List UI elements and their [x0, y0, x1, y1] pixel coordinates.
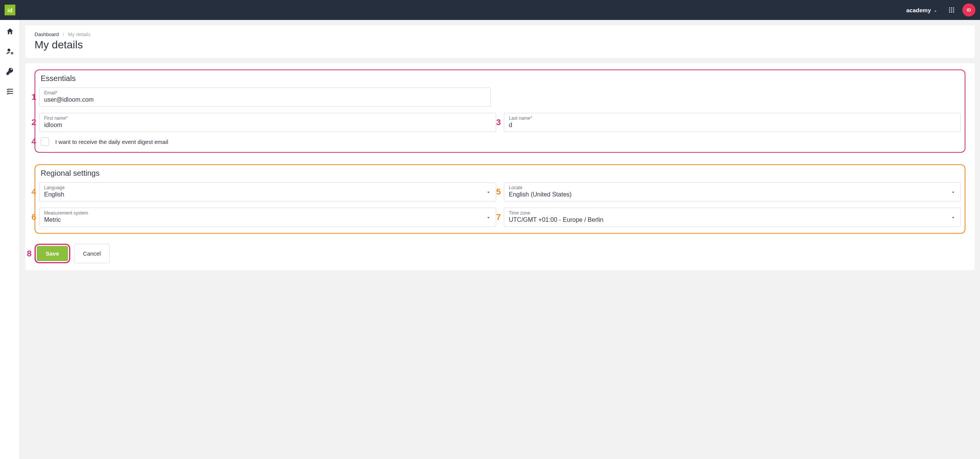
locale-label: Locale — [509, 185, 956, 190]
account-switcher[interactable]: academy — [902, 5, 941, 16]
button-row: 8 Save Cancel — [35, 244, 965, 263]
annotation-7: 7 — [496, 213, 501, 221]
home-icon[interactable] — [5, 27, 15, 36]
locale-value: English (United States) — [509, 191, 956, 198]
page-header-card: Dashboard / My details My details — [25, 25, 975, 58]
breadcrumb-current: My details — [68, 31, 91, 37]
breadcrumb-separator: / — [63, 31, 64, 37]
svg-point-2 — [953, 7, 954, 8]
page-title: My details — [35, 39, 965, 51]
essentials-title: Essentials — [39, 74, 961, 83]
breadcrumb-root[interactable]: Dashboard — [35, 31, 59, 37]
annotation-4a: 4 — [31, 137, 36, 146]
svg-point-7 — [951, 12, 952, 13]
essentials-section: Essentials 1 Email* 2 First name — [35, 69, 965, 153]
timezone-label: Time zone — [509, 210, 956, 216]
svg-point-6 — [949, 12, 950, 13]
svg-point-3 — [949, 10, 950, 11]
svg-point-9 — [7, 49, 10, 51]
last-name-label: Last name* — [509, 116, 956, 121]
digest-checkbox-row: 4 I want to receive the daily event dige… — [39, 137, 961, 146]
email-field-wrap[interactable]: Email* — [39, 88, 491, 107]
apps-menu-icon[interactable] — [946, 5, 957, 15]
sidebar — [0, 20, 20, 459]
checklist-icon[interactable] — [5, 87, 15, 96]
chevron-down-icon — [950, 190, 955, 194]
chevron-down-icon — [933, 8, 937, 12]
annotation-2: 2 — [31, 118, 36, 127]
user-settings-icon[interactable] — [5, 47, 15, 56]
email-field[interactable] — [44, 96, 486, 103]
annotation-6: 6 — [31, 213, 36, 221]
app-logo[interactable]: id — [5, 5, 15, 15]
account-name: academy — [906, 7, 931, 13]
svg-point-5 — [953, 10, 954, 11]
chevron-down-icon — [486, 190, 490, 194]
language-value: English — [44, 191, 491, 198]
annotation-3: 3 — [496, 118, 501, 127]
timezone-value: UTC/GMT +01:00 - Europe / Berlin — [509, 216, 956, 223]
chevron-down-icon — [486, 215, 490, 220]
measurement-label: Measurement system — [44, 210, 491, 216]
breadcrumb: Dashboard / My details — [35, 31, 965, 37]
annotation-5: 5 — [496, 188, 501, 196]
first-name-field[interactable] — [44, 122, 491, 129]
regional-title: Regional settings — [39, 169, 961, 178]
last-name-field-wrap[interactable]: Last name* — [504, 113, 961, 132]
language-select[interactable]: Language English — [39, 182, 496, 201]
topbar: id academy ID — [0, 0, 980, 20]
digest-checkbox-label: I want to receive the daily event digest… — [55, 139, 168, 145]
avatar[interactable]: ID — [962, 3, 975, 17]
first-name-field-wrap[interactable]: First name* — [39, 113, 496, 132]
key-icon[interactable] — [5, 67, 15, 76]
measurement-select[interactable]: Measurement system Metric — [39, 208, 496, 227]
language-label: Language — [44, 185, 491, 190]
svg-point-8 — [953, 12, 954, 13]
svg-point-0 — [949, 7, 950, 8]
save-button-highlight: Save — [35, 244, 70, 263]
regional-section: Regional settings 4 Language English 5 — [35, 164, 965, 234]
form-card: Essentials 1 Email* 2 First name — [25, 63, 975, 270]
first-name-label: First name* — [44, 116, 491, 121]
svg-point-1 — [951, 7, 952, 8]
save-button[interactable]: Save — [37, 246, 68, 261]
annotation-1: 1 — [31, 93, 36, 101]
digest-checkbox[interactable] — [41, 137, 49, 146]
locale-select[interactable]: Locale English (United States) — [504, 182, 961, 201]
last-name-field[interactable] — [509, 122, 956, 129]
timezone-select[interactable]: Time zone UTC/GMT +01:00 - Europe / Berl… — [504, 208, 961, 227]
annotation-8: 8 — [27, 249, 31, 258]
svg-point-4 — [951, 10, 952, 11]
cancel-button[interactable]: Cancel — [74, 244, 110, 263]
annotation-4b: 4 — [31, 188, 36, 196]
chevron-down-icon — [950, 215, 955, 220]
email-label: Email* — [44, 90, 486, 96]
measurement-value: Metric — [44, 216, 491, 223]
